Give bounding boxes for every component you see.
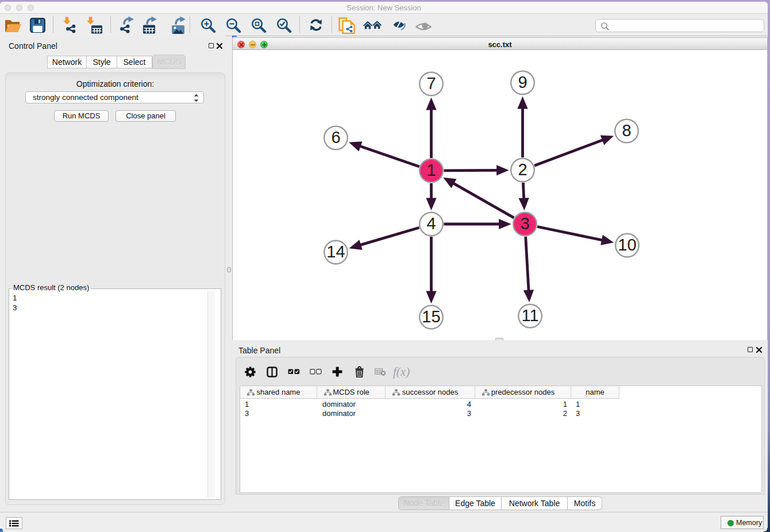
svg-text:14: 14 <box>326 242 345 261</box>
svg-text:8: 8 <box>622 121 631 140</box>
svg-text:6: 6 <box>331 128 340 147</box>
svg-text:15: 15 <box>422 307 440 326</box>
svg-text:2: 2 <box>518 160 527 179</box>
svg-text:7: 7 <box>426 74 436 92</box>
svg-text:10: 10 <box>618 236 636 254</box>
svg-text:1: 1 <box>426 161 436 179</box>
svg-text:9: 9 <box>518 73 527 91</box>
svg-text:4: 4 <box>426 214 436 233</box>
svg-text:11: 11 <box>521 306 538 325</box>
svg-text:3: 3 <box>520 214 529 233</box>
